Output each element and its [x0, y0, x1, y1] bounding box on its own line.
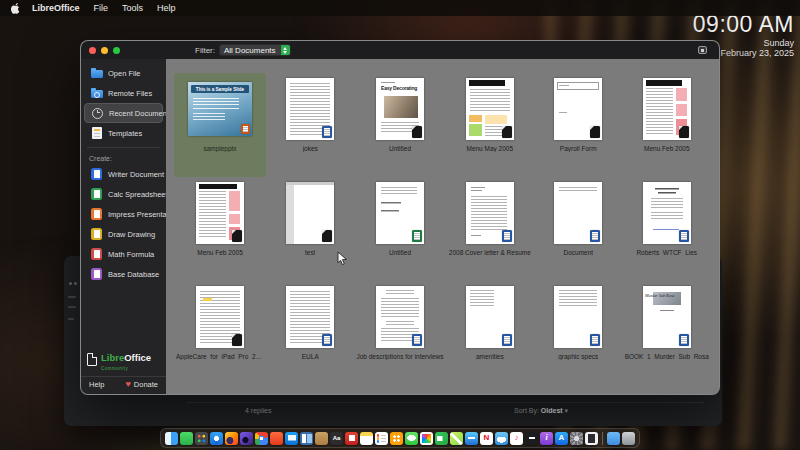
sidebar-item-math-formula[interactable]: Math Formula: [84, 244, 163, 264]
titlebar[interactable]: Filter: All Documents: [81, 41, 719, 59]
writer-file-icon: [412, 334, 422, 346]
apple-menu-icon[interactable]: [6, 3, 25, 14]
close-button[interactable]: [89, 47, 96, 54]
dock-launchpad-icon[interactable]: [195, 432, 208, 445]
document-tile[interactable]: 2008 Cover letter & Resume: [446, 177, 534, 281]
dock-trash-icon[interactable]: [622, 432, 635, 445]
dock-brave-icon[interactable]: [270, 432, 283, 445]
menubar-app-name[interactable]: LibreOffice: [25, 0, 87, 16]
bg-window-line: [68, 306, 76, 308]
document-tile[interactable]: EULA: [266, 281, 354, 385]
writer-file-icon: [590, 230, 600, 242]
sidebar-items: Open FileRemote FilesRecent DocumentsTem…: [81, 63, 166, 143]
sidebar: Open FileRemote FilesRecent DocumentsTem…: [81, 59, 166, 394]
dock-info-app-icon[interactable]: i: [540, 432, 553, 445]
document-tile[interactable]: Menu Feb 2005: [623, 73, 711, 177]
document-tile[interactable]: Payroll Form: [534, 73, 622, 177]
sidebar-item-templates[interactable]: Templates: [84, 123, 163, 143]
document-label: EULA: [302, 353, 319, 360]
dock-finder-icon[interactable]: [165, 432, 178, 445]
dock-remote-desktop-icon[interactable]: [300, 432, 313, 445]
filter-value: All Documents: [224, 46, 281, 55]
menubar-item-tools[interactable]: Tools: [115, 0, 150, 16]
sidebar-item-impress-presentation[interactable]: Impress Presentation: [84, 204, 163, 224]
document-tile[interactable]: amenities: [446, 281, 534, 385]
document-tile[interactable]: Murder Sub RosaBOOK_1_Murder_Sub_Rosa: [623, 281, 711, 385]
dock-pencil-app-icon[interactable]: [450, 432, 463, 445]
impress-file-icon: [241, 124, 250, 134]
document-tile[interactable]: Easy DecoratingUntitled: [354, 73, 445, 177]
sidebar-item-recent-documents[interactable]: Recent Documents: [84, 103, 163, 123]
bg-window-tag-dot: [70, 360, 73, 363]
bg-window-divider: [186, 402, 704, 403]
dock-settings-icon[interactable]: [570, 432, 583, 445]
document-tile[interactable]: Menu Feb 2005: [174, 177, 266, 281]
dock-notes-icon[interactable]: [360, 432, 373, 445]
dock-font-book-icon[interactable]: Aa: [330, 432, 343, 445]
sidebar-item-writer-document[interactable]: Writer Document: [84, 164, 163, 184]
document-label: Document: [563, 249, 593, 256]
sidebar-item-open-file[interactable]: Open File: [84, 63, 163, 83]
document-tile[interactable]: Untitled: [354, 177, 445, 281]
draw-module-icon: [91, 228, 102, 240]
filter-dropdown[interactable]: All Documents: [219, 44, 291, 56]
document-tile[interactable]: Menu May 2005: [446, 73, 534, 177]
dock-firefox-icon[interactable]: [225, 432, 238, 445]
dock-folder-files-icon[interactable]: [315, 432, 328, 445]
document-tile[interactable]: AppleCare_for_iPad_Pro_2_Years: [174, 281, 266, 385]
document-label: Untitled: [389, 145, 411, 152]
document-tile[interactable]: jokes: [266, 73, 354, 177]
donate-button[interactable]: Donate: [134, 380, 158, 389]
sort-value[interactable]: Oldest: [541, 407, 563, 414]
dock-grid-app-icon[interactable]: [390, 432, 403, 445]
document-tile[interactable]: Job descriptions for interviews: [354, 281, 445, 385]
document-tile[interactable]: Document: [534, 177, 622, 281]
writer-file-icon: [502, 334, 512, 346]
menubar-item-file[interactable]: File: [87, 0, 116, 16]
dock-media-red-icon[interactable]: [345, 432, 358, 445]
bg-window-sort-control[interactable]: Sort By: Oldest ▾: [514, 407, 568, 415]
dock-app-store-icon[interactable]: A: [555, 432, 568, 445]
libreoffice-logo: LibreOffice Community: [81, 343, 166, 373]
dock-cloud-app-icon[interactable]: [495, 432, 508, 445]
dock-dark-app-icon[interactable]: [525, 432, 538, 445]
document-thumbnail: [286, 182, 334, 244]
dock-facetime-icon[interactable]: [435, 432, 448, 445]
desktop: LibreOffice File Tools Help 09:00 AM Sun…: [0, 0, 800, 450]
document-label: samplepptx: [203, 145, 236, 152]
zoom-button[interactable]: [113, 47, 120, 54]
sidebar-item-calc-spreadsheet[interactable]: Calc Spreadsheet: [84, 184, 163, 204]
dock-music-icon[interactable]: ♪: [510, 432, 523, 445]
bg-window-line: [68, 318, 74, 320]
document-thumbnail: [286, 78, 334, 140]
recent-documents-grid: This is a Sample SlidesamplepptxjokesEas…: [166, 59, 719, 394]
document-tile[interactable]: Roberts_WTCF_Lies: [623, 177, 711, 281]
sidebar-item-base-database[interactable]: Base Database: [84, 264, 163, 284]
dock-video-call-icon[interactable]: [180, 432, 193, 445]
dock-netflix-icon[interactable]: N: [480, 432, 493, 445]
help-button[interactable]: Help: [89, 380, 104, 389]
dock-mail-icon[interactable]: [285, 432, 298, 445]
start-center-options-button[interactable]: [698, 46, 707, 54]
menubar-item-help[interactable]: Help: [150, 0, 183, 16]
bg-window-replies: 4 replies: [245, 407, 271, 414]
dock-reminders-icon[interactable]: [375, 432, 388, 445]
document-label: graphic specs: [558, 353, 598, 360]
minimize-button[interactable]: [101, 47, 108, 54]
dock-photos-icon[interactable]: [420, 432, 433, 445]
document-label: BOOK_1_Murder_Sub_Rosa: [625, 353, 709, 360]
document-tile[interactable]: This is a Sample Slidesamplepptx: [174, 73, 266, 177]
libreoffice-doc-icon: [87, 353, 97, 366]
sidebar-item-remote-files[interactable]: Remote Files: [84, 83, 163, 103]
dock-downloads-folder-icon[interactable]: [607, 432, 620, 445]
document-thumbnail: Murder Sub Rosa: [643, 286, 691, 348]
sidebar-item-draw-drawing[interactable]: Draw Drawing: [84, 224, 163, 244]
dock-libreoffice-icon[interactable]: [585, 432, 598, 445]
dock-tools-app-icon[interactable]: [465, 432, 478, 445]
dock-messages-icon[interactable]: [405, 432, 418, 445]
bg-window-tag-dot: [70, 328, 73, 331]
dock-safari-icon[interactable]: [210, 432, 223, 445]
dock-firefox-dark-icon[interactable]: [240, 432, 253, 445]
dock-chrome-icon[interactable]: [255, 432, 268, 445]
document-tile[interactable]: graphic specs: [534, 281, 622, 385]
